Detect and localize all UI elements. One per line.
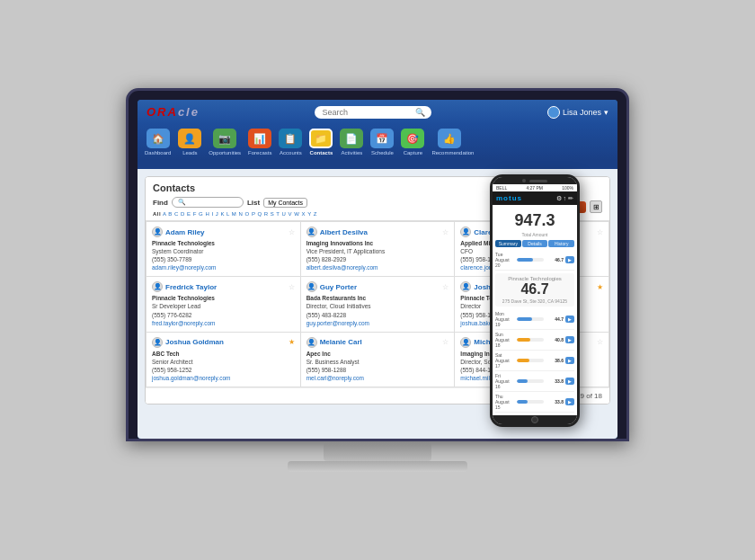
contact-email[interactable]: mel.carl@noreply.com xyxy=(306,374,449,382)
opportunities-icon: 📷 xyxy=(213,129,236,148)
tab-history[interactable]: History xyxy=(548,240,574,247)
global-search[interactable]: 🔍 xyxy=(315,106,431,119)
phone-row-date: Tue August 20 xyxy=(495,252,515,268)
search-input[interactable] xyxy=(322,108,412,117)
list-label: List xyxy=(247,199,260,207)
phone-row-date: Sun August 18 xyxy=(495,332,515,348)
dashboard-icon: 🏠 xyxy=(147,129,170,148)
phone-row-bar xyxy=(517,317,544,321)
contact-email[interactable]: albert.desilva@noreply.com xyxy=(306,263,449,271)
contact-name[interactable]: Albert Desilva xyxy=(320,228,368,236)
oracle-cle-text: cle xyxy=(178,105,200,119)
contact-email[interactable]: guy.porter@noreply.com xyxy=(306,319,449,327)
list-select[interactable]: My Contacts xyxy=(263,198,307,208)
phone-row-date: Mon August 19 xyxy=(495,311,515,327)
phone-row-bar xyxy=(517,379,544,383)
nav-item-leads[interactable]: 👤 Leads xyxy=(178,129,201,156)
contact-avatar-row: 👤 Guy Porter xyxy=(306,281,357,292)
settings-icon[interactable]: ⚙ xyxy=(556,195,562,202)
speaker-bar xyxy=(529,180,547,182)
recommendation-icon: 👍 xyxy=(438,129,461,148)
phone-row-date: Sat August 17 xyxy=(495,352,515,369)
nav-item-contacts[interactable]: 📁 Contacts xyxy=(309,129,333,156)
contact-avatar-row: 👤 Melanie Carl xyxy=(306,337,362,348)
phone-speaker xyxy=(493,177,577,184)
nav-item-recommendation[interactable]: 👍 Recommendation xyxy=(431,129,467,156)
contact-email[interactable]: fred.taylor@noreply.com xyxy=(152,319,295,327)
star-icon[interactable]: ☆ xyxy=(442,283,449,291)
star-icon[interactable]: ☆ xyxy=(442,338,449,346)
oracle-bar: ORAcle 🔍 Lisa Jones ▾ xyxy=(138,100,617,124)
star-icon[interactable]: ★ xyxy=(597,283,603,291)
phone-row-bar xyxy=(517,338,544,342)
camera-dot xyxy=(522,179,526,182)
star-icon[interactable]: ☆ xyxy=(289,283,295,291)
contact-name[interactable]: Adam Riley xyxy=(165,228,205,236)
phone-home-button[interactable] xyxy=(493,415,577,424)
phone-row-action[interactable]: ▶ xyxy=(565,398,574,405)
contact-card-adam-riley: 👤 Adam Riley ☆ Pinnacle Technologies Sys… xyxy=(147,222,300,276)
phone-row-value: 33.8 xyxy=(546,399,564,404)
monitor-base xyxy=(288,461,467,472)
phone-row-date: Fri August 16 xyxy=(495,373,515,389)
nav-item-activities[interactable]: 📄 Activities xyxy=(340,129,363,156)
contact-phone: (555) 958-1252 xyxy=(152,366,295,374)
contact-detail: Pinnacle Technologies System Coordinator… xyxy=(152,239,295,271)
contact-name[interactable]: Joshua Goldman xyxy=(165,338,224,346)
time-label: 4:27 PM xyxy=(526,185,543,191)
phone-row-fri: Fri August 16 33.8 ▶ xyxy=(495,371,574,392)
contact-name[interactable]: Guy Porter xyxy=(320,283,357,291)
nav-item-schedule[interactable]: 📅 Schedule xyxy=(370,129,394,156)
nav-item-accounts[interactable]: 📋 Accounts xyxy=(279,129,302,156)
share-icon[interactable]: ↑ xyxy=(564,195,567,202)
nav-label-contacts: Contacts xyxy=(310,150,333,156)
contact-name[interactable]: Fredrick Taylor xyxy=(165,283,217,291)
phone-row-action[interactable]: ▶ xyxy=(565,256,574,263)
star-icon[interactable]: ★ xyxy=(289,338,295,346)
nav-label-capture: Capture xyxy=(404,150,422,156)
phone-big-row: Pinnacle Technologies 46.7 275 Dave St, … xyxy=(495,273,574,307)
nav-item-forecasts[interactable]: 📊 Forecasts xyxy=(248,129,271,156)
find-row: Find 🔍 List My Contacts xyxy=(153,197,317,208)
phone-row-action[interactable]: ▶ xyxy=(565,378,574,385)
contact-card-guy-porter: 👤 Guy Porter ☆ Bada Restaurants Inc Dire… xyxy=(301,277,455,331)
phone-row-action[interactable]: ▶ xyxy=(565,316,574,323)
phone-tabs: Summary Details History xyxy=(495,240,574,247)
contact-email[interactable]: joshua.goldman@noreply.com xyxy=(152,374,295,382)
nav-label-accounts: Accounts xyxy=(280,150,302,156)
star-icon[interactable]: ☆ xyxy=(289,228,295,236)
grid-view-button[interactable]: ⊞ xyxy=(590,200,602,213)
nav-item-dashboard[interactable]: 🏠 Dashboard xyxy=(145,129,171,156)
contact-title: Sr Developer Lead xyxy=(152,302,295,310)
star-icon[interactable]: ☆ xyxy=(597,338,603,346)
nav-item-opportunities[interactable]: 📷 Opportunities xyxy=(209,129,241,156)
star-icon[interactable]: ☆ xyxy=(442,228,449,236)
contact-phone: (555) 483-8228 xyxy=(306,311,449,319)
phone-row-date: Thu August 15 xyxy=(495,394,515,410)
avatar: 👤 xyxy=(152,227,163,237)
edit-icon[interactable]: ✏ xyxy=(568,195,573,202)
contact-detail: Imaging Innovations Inc Vice President, … xyxy=(306,239,449,271)
phone-row-action[interactable]: ▶ xyxy=(565,336,574,343)
contact-avatar-row: 👤 Adam Riley xyxy=(152,227,205,237)
phone-sub-label: Total Amount xyxy=(495,232,574,237)
monitor-stand xyxy=(324,441,431,461)
phone-row-action[interactable]: ▶ xyxy=(565,357,574,364)
find-input-wrapper[interactable]: 🔍 xyxy=(172,197,244,208)
contact-company: Apec Inc xyxy=(306,350,449,358)
tab-summary[interactable]: Summary xyxy=(495,240,521,247)
contact-email[interactable]: adam.riley@noreply.com xyxy=(152,263,295,271)
forecasts-icon: 📊 xyxy=(248,129,271,148)
star-icon[interactable]: ☆ xyxy=(597,228,603,236)
monitor-wrapper: ORAcle 🔍 Lisa Jones ▾ 🏠 Da xyxy=(126,88,629,472)
contact-company: ABC Tech xyxy=(152,350,295,358)
contact-name[interactable]: Melanie Carl xyxy=(320,338,362,346)
user-dropdown-icon[interactable]: ▾ xyxy=(604,108,608,117)
contact-title: Sr. Business Analyst xyxy=(306,358,449,366)
avatar: 👤 xyxy=(152,281,163,292)
alphabet-all[interactable]: All xyxy=(153,211,161,217)
nav-item-capture[interactable]: 🎯 Capture xyxy=(401,129,424,156)
tab-details[interactable]: Details xyxy=(522,240,548,247)
phone-status-bar: BELL 4:27 PM 100% xyxy=(493,184,577,191)
phone-row-value: 44.7 xyxy=(546,316,564,322)
